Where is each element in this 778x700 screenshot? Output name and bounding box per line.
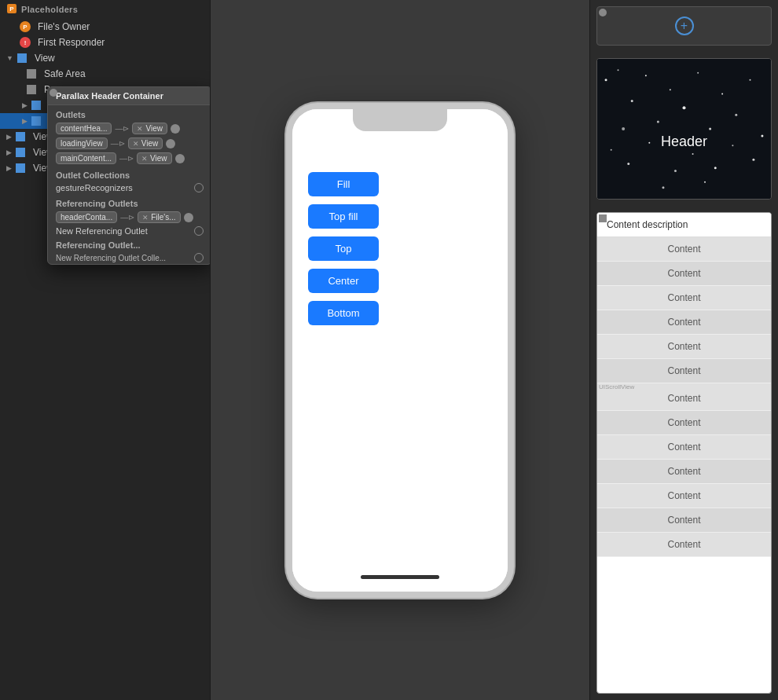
- top-card-close[interactable]: [599, 9, 607, 16]
- sidebar-placeholders-label: Placeholders: [21, 5, 78, 14]
- popup-new-ref-collection-row[interactable]: New Referencing Outlet Colle...: [48, 251, 211, 264]
- uiscrollview-label: UIScrollView: [599, 383, 634, 390]
- sidebar-item-first-responder[interactable]: ! First Responder: [0, 35, 210, 50]
- gesture-recognizers-label: gestureRecognizers: [56, 183, 133, 192]
- outlet-circle-1: [171, 124, 180, 134]
- files-owner-icon: P: [19, 20, 31, 33]
- sidebar-placeholders-header: P Placeholders: [0, 0, 210, 19]
- phone-home-indicator: [361, 575, 439, 579]
- gesture-circle: [194, 183, 204, 192]
- content-row-13: Content: [597, 533, 771, 557]
- starfield-background: Header: [597, 59, 771, 199]
- stars-svg: [597, 59, 771, 199]
- svg-point-4: [618, 69, 619, 71]
- popup-ref-outlet-row-1: headerConta... —⊳ ✕ File's...: [48, 210, 211, 225]
- content-row-3: Content: [597, 286, 771, 310]
- phone-mockup: Fill Top fill Top Center Bottom: [286, 103, 514, 598]
- svg-point-21: [714, 167, 717, 169]
- new-ref-outlet-label: New Referencing Outlet: [56, 226, 148, 236]
- svg-point-26: [662, 186, 664, 189]
- view3-icon: [14, 146, 27, 159]
- disclosure-arrow: ▶: [6, 148, 12, 156]
- plus-circle-icon: +: [675, 16, 694, 35]
- new-ref-collection-label: New Referencing Outlet Colle...: [56, 254, 166, 262]
- outlet-circle-2: [166, 139, 175, 148]
- content-row-10: Content: [597, 460, 771, 484]
- svg-point-15: [761, 134, 763, 137]
- popup-new-ref-outlet-row[interactable]: New Referencing Outlet: [48, 225, 211, 237]
- outlet-name-2: loadingView: [56, 137, 108, 149]
- content-row-6: Content: [597, 359, 771, 383]
- sidebar-item-label: File's Owner: [38, 21, 90, 32]
- new-ref-outlet-circle: [194, 226, 204, 236]
- sidebar-section-icon: P: [6, 3, 17, 16]
- svg-point-11: [709, 128, 711, 130]
- sidebar-item-view[interactable]: ▼ View: [0, 50, 210, 66]
- st-icon: [30, 99, 42, 112]
- outlet-tag-2: ✕ View: [128, 137, 163, 149]
- popup-title: Parallax Header Container: [48, 87, 211, 105]
- outlet-name-1: contentHea...: [56, 123, 112, 134]
- svg-point-6: [645, 75, 647, 76]
- svg-point-5: [631, 100, 633, 102]
- top-fill-button[interactable]: Top fill: [308, 204, 379, 229]
- ref-outlet-name-1: headerConta...: [56, 211, 117, 223]
- sidebar-item-files-owner[interactable]: P File's Owner: [0, 19, 210, 35]
- uiscrollview-overlay: UIScrollView Content: [597, 383, 771, 411]
- fill-button[interactable]: Fill: [308, 172, 379, 196]
- content-card-close[interactable]: [599, 214, 607, 222]
- content-description-header: Content description: [597, 213, 771, 237]
- content-row-8: Content: [597, 411, 771, 435]
- svg-point-10: [697, 72, 699, 74]
- svg-point-13: [735, 114, 737, 116]
- popup-outlet-row-2: loadingView —⊳ ✕ View: [48, 136, 211, 151]
- content-row-5: Content: [597, 335, 771, 359]
- top-button[interactable]: Top: [308, 236, 379, 261]
- right-card-top: +: [596, 6, 772, 46]
- ref-outlet-circle-1: [184, 213, 193, 222]
- svg-point-16: [611, 149, 612, 151]
- safe-area-icon: [25, 68, 38, 80]
- header-text: Header: [661, 134, 707, 150]
- co-icon: [30, 115, 42, 127]
- content-row-9: Content: [597, 435, 771, 460]
- bottom-button[interactable]: Bottom: [308, 301, 379, 325]
- content-row-2: Content: [597, 262, 771, 286]
- popup-outlet-row-3: mainContent... —⊳ ✕ View: [48, 151, 211, 166]
- popup-outlet-row-1: contentHea... —⊳ ✕ View: [48, 121, 211, 136]
- right-card-content[interactable]: Content description Content Content Cont…: [596, 212, 772, 694]
- popup-ref-outlets-label: Referencing Outlets: [48, 194, 211, 210]
- content-row-11: Content: [597, 484, 771, 508]
- sidebar: P Placeholders P File's Owner ! First Re…: [0, 0, 211, 700]
- outlet-tag-1: ✕ View: [132, 123, 167, 134]
- main-content-area: Fill Top fill Top Center Bottom: [211, 0, 589, 700]
- svg-point-23: [752, 159, 754, 161]
- svg-point-20: [692, 153, 694, 155]
- popup-outlet-collections-label: Outlet Collections: [48, 166, 211, 181]
- center-button[interactable]: Center: [308, 269, 379, 293]
- svg-point-8: [670, 89, 671, 90]
- view2-icon: [14, 130, 27, 143]
- right-panel: +: [589, 0, 778, 700]
- popup-outlets-label: Outlets: [48, 105, 211, 121]
- outlet-tag-3: ✕ View: [137, 152, 172, 164]
- svg-text:P: P: [9, 5, 14, 13]
- popup-close-dot[interactable]: [50, 89, 57, 97]
- outlet-name-3: mainContent...: [56, 152, 116, 164]
- phone-notch: [353, 109, 447, 131]
- svg-point-17: [627, 163, 629, 165]
- svg-point-24: [622, 127, 625, 130]
- disclosure-arrow: ▼: [6, 54, 13, 62]
- sidebar-item-label: View: [35, 53, 55, 64]
- content-row-1: Content: [597, 237, 771, 262]
- svg-point-25: [704, 181, 706, 183]
- view-icon: [16, 52, 28, 64]
- svg-point-14: [749, 79, 750, 81]
- svg-point-18: [648, 142, 650, 144]
- pa-icon: [25, 83, 38, 96]
- sidebar-item-safe-area[interactable]: Safe Area: [0, 66, 210, 82]
- phone-screen: Fill Top fill Top Center Bottom: [292, 109, 508, 592]
- first-responder-icon: !: [19, 36, 31, 49]
- svg-point-12: [721, 93, 723, 95]
- sidebar-item-label: Safe Area: [44, 68, 86, 79]
